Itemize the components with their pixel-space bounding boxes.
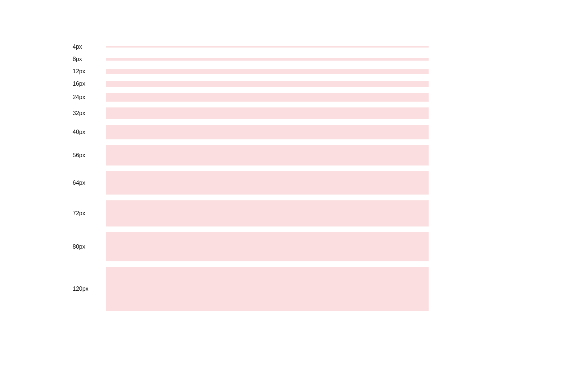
spacing-label: 56px: [73, 152, 106, 159]
spacing-row: 24px: [73, 93, 429, 102]
spacing-bar: [106, 93, 429, 102]
spacing-label: 24px: [73, 94, 106, 101]
spacing-row: 120px: [73, 267, 429, 311]
spacing-label: 4px: [73, 44, 106, 50]
spacing-bar: [106, 69, 429, 74]
spacing-bar: [106, 81, 429, 87]
spacing-bar: [106, 107, 429, 119]
spacing-bar: [106, 200, 429, 226]
spacing-row: 16px: [73, 81, 429, 87]
spacing-row: 64px: [73, 171, 429, 195]
spacing-row: 72px: [73, 200, 429, 226]
spacing-bar: [106, 267, 429, 311]
spacing-row: 56px: [73, 145, 429, 166]
spacing-row: 4px: [73, 44, 429, 50]
spacing-row: 40px: [73, 125, 429, 139]
spacing-bar: [106, 125, 429, 139]
spacing-bar: [106, 46, 429, 48]
spacing-label: 80px: [73, 244, 106, 250]
spacing-row: 12px: [73, 68, 429, 75]
spacing-bar: [106, 232, 429, 261]
spacing-bar: [106, 145, 429, 166]
spacing-label: 16px: [73, 81, 106, 87]
spacing-label: 12px: [73, 68, 106, 75]
spacing-row: 32px: [73, 107, 429, 119]
spacing-label: 40px: [73, 129, 106, 135]
spacing-bar: [106, 58, 429, 61]
spacing-label: 32px: [73, 110, 106, 117]
spacing-label: 8px: [73, 56, 106, 62]
spacing-label: 120px: [73, 286, 106, 292]
spacing-scale-list: 4px 8px 12px 16px 24px 32px 40px 56px 64…: [73, 44, 429, 317]
spacing-label: 64px: [73, 180, 106, 186]
spacing-label: 72px: [73, 210, 106, 217]
spacing-bar: [106, 171, 429, 195]
spacing-row: 8px: [73, 56, 429, 62]
spacing-row: 80px: [73, 232, 429, 261]
